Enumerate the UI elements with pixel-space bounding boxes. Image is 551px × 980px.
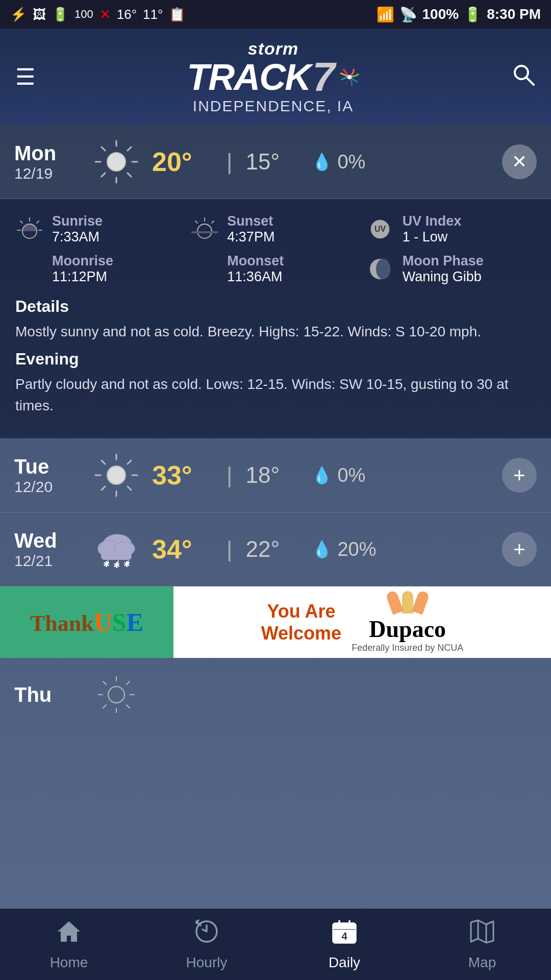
x-icon: ✕ — [99, 7, 111, 22]
status-left: ⚡ 🖼 🔋 100 ✕ 16° 11° 📋 — [10, 7, 185, 22]
svg-line-51 — [103, 681, 106, 684]
svg-point-4 — [107, 153, 126, 171]
expand-tue-button[interactable]: + — [502, 458, 537, 493]
logo-container: storm TRACK 7 — [35, 39, 511, 95]
svg-line-9 — [102, 147, 105, 151]
moonset-icon — [190, 255, 219, 283]
app-header: ☰ storm TRACK 7 — [0, 29, 551, 125]
weather-icon-tue — [91, 450, 142, 501]
svg-rect-40 — [101, 553, 132, 560]
svg-point-27 — [376, 259, 390, 279]
ad-left: ThankUSE — [0, 586, 173, 658]
bottom-nav: Home Hourly 4 — [0, 909, 551, 980]
sun-moon-grid: Sunrise 7:33AM — [15, 213, 536, 285]
day-row-tue[interactable]: Tue 12/20 33° | 18° 💧 — [0, 438, 551, 512]
collapse-mon-button[interactable]: ✕ — [502, 144, 537, 179]
nbc-logo — [339, 67, 360, 87]
usb-icon: ⚡ — [10, 7, 27, 22]
image-icon: 🖼 — [33, 7, 46, 22]
svg-line-35 — [128, 460, 131, 464]
battery-full-icon: 🔋 — [464, 6, 482, 23]
header-logo: storm TRACK 7 — [35, 39, 511, 115]
ad-banner[interactable]: ThankUSE You Are Welcome Dupaco Federall… — [0, 586, 551, 658]
precip-mon: 💧 0% — [312, 151, 492, 173]
sunset-icon — [190, 215, 219, 243]
nav-home[interactable]: Home — [0, 918, 138, 971]
location-text: INDEPENDENCE, IA — [35, 97, 511, 115]
day-row-thu[interactable]: Thu — [0, 658, 551, 731]
day-date-tue: Tue 12/20 — [14, 455, 81, 496]
svg-line-34 — [128, 486, 131, 490]
status-bar: ⚡ 🖼 🔋 100 ✕ 16° 11° 📋 📶 📡 100% 🔋 8:30 PM — [0, 0, 551, 29]
svg-line-10 — [128, 173, 131, 177]
expand-wed-button[interactable]: + — [502, 532, 537, 567]
map-icon — [469, 918, 495, 950]
svg-line-33 — [102, 460, 105, 464]
svg-line-12 — [102, 173, 105, 177]
wifi-icon: 📶 — [377, 6, 394, 23]
svg-line-16 — [37, 221, 39, 223]
svg-point-28 — [107, 466, 126, 484]
signal-icon: 📡 — [399, 6, 417, 23]
dupaco-logo: Dupaco Federally Insured by NCUA — [352, 591, 463, 653]
svg-line-53 — [127, 681, 130, 684]
precip-wed: 💧 20% — [312, 538, 492, 560]
moonset-item: Moonset 11:36AM — [190, 253, 360, 285]
sunset-item: Sunset 4:37PM — [190, 213, 360, 245]
svg-line-22 — [195, 221, 197, 223]
search-button[interactable] — [511, 62, 536, 92]
calendar-icon: 4 — [331, 918, 358, 950]
weather-body: Mon 12/19 20° | 15° — [0, 125, 551, 980]
svg-line-11 — [128, 147, 131, 151]
svg-point-1 — [347, 75, 352, 79]
sunrise-item: Sunrise 7:33AM — [15, 213, 185, 245]
day-row-mon[interactable]: Mon 12/19 20° | 15° — [0, 125, 551, 199]
svg-line-54 — [103, 705, 106, 708]
details-section: Details Mostly sunny and not as cold. Br… — [15, 297, 536, 416]
svg-line-23 — [212, 221, 214, 223]
moon-phase-item: Moon Phase Waning Gibb — [366, 253, 536, 285]
svg-line-36 — [102, 486, 105, 490]
day-date-wed: Wed 12/21 — [14, 529, 81, 570]
menu-button[interactable]: ☰ — [15, 66, 35, 88]
ad-right: You Are Welcome Dupaco Federally Insured… — [173, 586, 551, 658]
expanded-panel-mon: Sunrise 7:33AM — [0, 199, 551, 438]
svg-point-55 — [108, 687, 124, 703]
battery-100-icon: 100 — [74, 8, 93, 21]
battery-icon: 🔋 — [52, 7, 68, 22]
moonrise-icon — [15, 255, 44, 283]
logo-num: 7 — [312, 59, 334, 95]
time: 8:30 PM — [487, 6, 541, 22]
svg-line-15 — [20, 221, 22, 223]
moon-phase-icon — [366, 255, 394, 283]
svg-rect-20 — [191, 231, 218, 233]
nav-hourly[interactable]: Hourly — [138, 918, 276, 971]
day-date-thu: Thu — [14, 683, 81, 706]
day-row-wed[interactable]: Wed 12/21 ✱ ✱ ✱ 34° | 22° 💧 — [0, 512, 551, 586]
weather-icon-thu — [91, 669, 142, 720]
svg-line-52 — [127, 705, 130, 708]
day-date-mon: Mon 12/19 — [14, 142, 81, 182]
status-right: 📶 📡 100% 🔋 8:30 PM — [377, 6, 541, 23]
clock-back-icon — [193, 918, 220, 950]
weather-icon-mon — [91, 136, 142, 187]
nav-daily[interactable]: 4 Daily — [276, 918, 413, 971]
battery-pct: 100% — [422, 6, 459, 22]
svg-text:UV: UV — [374, 225, 386, 233]
sunrise-icon — [15, 215, 44, 243]
nav-map[interactable]: Map — [413, 918, 551, 971]
svg-text:4: 4 — [341, 930, 347, 942]
logo-track-text: TRACK — [187, 61, 310, 94]
uv-item: UV UV Index 1 - Low — [366, 213, 536, 245]
precip-tue: 💧 0% — [312, 464, 492, 486]
uv-icon: UV — [366, 215, 394, 243]
moonrise-item: Moonrise 11:12PM — [15, 253, 185, 285]
svg-line-3 — [527, 78, 534, 85]
weather-icon-wed: ✱ ✱ ✱ — [91, 524, 142, 575]
home-icon — [56, 918, 82, 950]
clipboard-icon: 📋 — [169, 7, 185, 22]
temp1: 16° — [117, 7, 137, 22]
temp2: 11° — [143, 7, 163, 22]
